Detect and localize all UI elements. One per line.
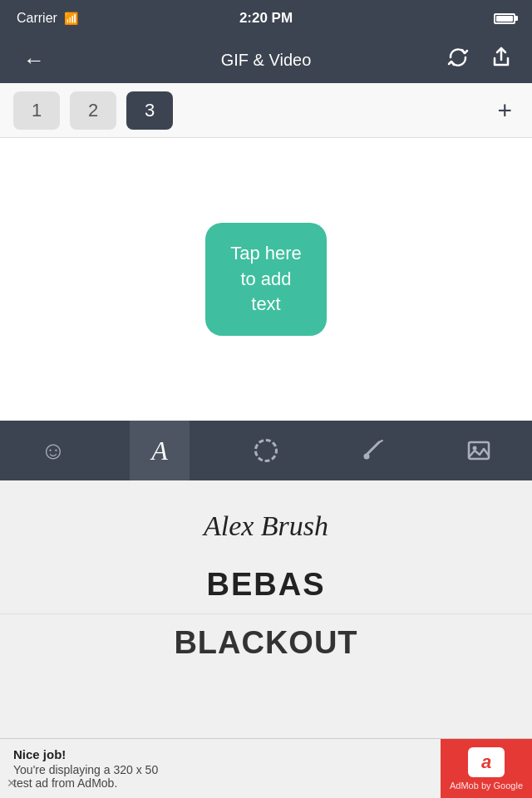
font-blackout-label: BLACKOUT xyxy=(174,625,357,661)
ad-close-button[interactable]: ✕ xyxy=(7,776,17,790)
svg-line-0 xyxy=(367,442,379,454)
tab-2[interactable]: 2 xyxy=(70,91,116,130)
add-tab-button[interactable]: + xyxy=(490,96,519,125)
font-alex-brush-label: Alex Brush xyxy=(204,510,328,542)
refresh-icon xyxy=(447,47,469,68)
tab-3[interactable]: 3 xyxy=(126,91,173,130)
status-time: 2:20 PM xyxy=(239,10,293,27)
font-item-bebas[interactable]: BEBAS xyxy=(0,555,532,613)
carrier-label: Carrier xyxy=(17,11,57,26)
svg-point-1 xyxy=(364,454,370,460)
lasso-icon xyxy=(254,439,278,462)
share-button[interactable] xyxy=(487,43,515,76)
canvas-area: Tap hereto addtext xyxy=(0,138,532,421)
image-tool-button[interactable] xyxy=(449,421,509,480)
font-list: Alex Brush BEBAS BLACKOUT xyxy=(0,480,532,688)
admob-logo-icon: a xyxy=(468,747,505,777)
font-item-blackout[interactable]: BLACKOUT xyxy=(0,613,532,672)
ad-banner: Nice job! You're displaying a 320 x 50te… xyxy=(0,738,532,798)
font-bebas-label: BEBAS xyxy=(206,567,325,603)
image-icon xyxy=(467,439,490,462)
back-button[interactable]: ← xyxy=(17,44,52,76)
admob-logo-text: AdMob by Google xyxy=(450,781,523,791)
font-tool-button[interactable]: A xyxy=(130,421,190,480)
share-icon xyxy=(490,47,512,68)
lasso-tool-button[interactable] xyxy=(236,421,296,480)
tap-to-add-text-button[interactable]: Tap hereto addtext xyxy=(205,223,327,336)
tab-bar: 1 2 3 + xyxy=(0,83,532,138)
brush-icon xyxy=(361,439,384,462)
brush-tool-button[interactable] xyxy=(342,421,402,480)
svg-line-2 xyxy=(379,441,382,442)
refresh-button[interactable] xyxy=(444,43,472,76)
ad-text-area: Nice job! You're displaying a 320 x 50te… xyxy=(0,741,441,796)
status-bar-left: Carrier 📶 xyxy=(17,11,78,26)
nav-bar: ← GIF & Video xyxy=(0,37,532,83)
tab-1[interactable]: 1 xyxy=(13,91,60,130)
nav-title: GIF & Video xyxy=(221,37,312,83)
status-bar-right xyxy=(494,13,515,24)
nav-actions xyxy=(444,43,515,76)
wifi-icon: 📶 xyxy=(64,12,78,25)
tool-bar: ☺ A xyxy=(0,421,532,480)
ad-description: You're displaying a 320 x 50test ad from… xyxy=(13,763,427,790)
font-icon: A xyxy=(151,436,168,466)
font-item-alex-brush[interactable]: Alex Brush xyxy=(0,497,532,555)
emoji-icon: ☺ xyxy=(41,436,66,465)
ad-title: Nice job! xyxy=(13,747,427,761)
svg-point-4 xyxy=(473,446,477,451)
emoji-tool-button[interactable]: ☺ xyxy=(23,421,83,480)
status-bar: Carrier 📶 2:20 PM xyxy=(0,0,532,37)
ad-logo[interactable]: a AdMob by Google xyxy=(441,739,532,799)
battery-icon xyxy=(494,13,515,24)
